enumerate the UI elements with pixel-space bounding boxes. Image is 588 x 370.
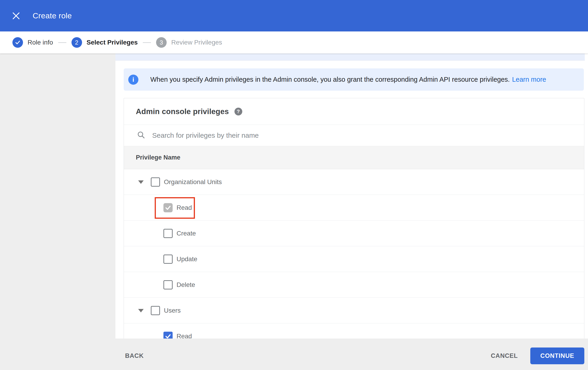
learn-more-link[interactable]: Learn more xyxy=(512,76,546,83)
step-number-badge: 2 xyxy=(72,37,82,48)
expand-arrow-icon[interactable] xyxy=(138,180,144,184)
privilege-row: Create xyxy=(124,220,584,246)
privilege-row: Users xyxy=(124,298,584,323)
privilege-row: Delete xyxy=(124,272,584,298)
privilege-search-input[interactable] xyxy=(152,131,465,139)
step-review-privileges[interactable]: 3 Review Privileges xyxy=(156,37,222,48)
dialog-footer: BACK CANCEL CONTINUE xyxy=(0,339,588,370)
step-number-badge: 3 xyxy=(156,37,167,48)
privilege-checkbox[interactable] xyxy=(151,177,160,187)
close-icon[interactable] xyxy=(11,11,21,21)
privilege-table-header: Privilege Name xyxy=(124,146,584,169)
step-label: Review Privileges xyxy=(171,39,222,46)
help-icon[interactable]: ? xyxy=(234,108,242,115)
privilege-label: Users xyxy=(164,307,181,314)
privilege-checkbox[interactable] xyxy=(163,203,173,212)
step-role-info[interactable]: Role info xyxy=(12,37,53,48)
expand-arrow-icon[interactable] xyxy=(138,309,144,312)
content-area: i When you specify Admin privileges in t… xyxy=(0,53,588,339)
card-header: Admin console privileges ? xyxy=(124,98,584,125)
privilege-label: Delete xyxy=(177,281,195,289)
privilege-checkbox[interactable] xyxy=(163,255,173,264)
privilege-label: Create xyxy=(177,230,196,237)
cancel-button[interactable]: CANCEL xyxy=(486,349,522,363)
privilege-row: Update xyxy=(124,246,584,272)
dialog-title: Create role xyxy=(33,11,72,20)
info-icon: i xyxy=(128,75,138,85)
wizard-stepper: Role info 2 Select Privileges 3 Review P… xyxy=(0,31,588,53)
privilege-row: Read xyxy=(124,323,584,339)
continue-button[interactable]: CONTINUE xyxy=(530,348,584,364)
left-gutter xyxy=(0,53,116,339)
privilege-row: Organizational Units xyxy=(124,169,584,195)
privilege-checkbox[interactable] xyxy=(151,306,160,315)
step-label: Role info xyxy=(28,39,53,46)
privilege-search-row xyxy=(124,125,584,146)
search-icon xyxy=(137,131,145,140)
back-button[interactable]: BACK xyxy=(120,349,148,363)
admin-privileges-card: Admin console privileges ? Privilege Nam… xyxy=(124,98,584,339)
info-banner-text: When you specify Admin privileges in the… xyxy=(150,76,510,83)
privilege-label: Organizational Units xyxy=(164,178,222,186)
privilege-label: Read xyxy=(177,333,192,339)
step-completed-check-icon xyxy=(12,37,23,48)
step-connector xyxy=(58,42,66,43)
privilege-checkbox[interactable] xyxy=(163,280,173,290)
card-title: Admin console privileges xyxy=(136,107,229,116)
privilege-checkbox[interactable] xyxy=(163,229,173,238)
scroll-pane[interactable]: i When you specify Admin privileges in t… xyxy=(116,53,588,339)
privilege-row: Read xyxy=(124,195,584,220)
step-label: Select Privileges xyxy=(87,39,138,46)
privilege-label: Read xyxy=(177,204,192,211)
create-role-dialog: Create role Role info 2 Select Privilege… xyxy=(0,0,588,370)
app-bar: Create role xyxy=(0,0,588,31)
scrolled-element-edge xyxy=(116,53,585,60)
privilege-rows: Organizational UnitsReadCreateUpdateDele… xyxy=(124,169,584,339)
privilege-label: Update xyxy=(177,255,197,263)
privilege-checkbox[interactable] xyxy=(163,332,173,339)
info-banner: i When you specify Admin privileges in t… xyxy=(124,68,584,91)
step-connector xyxy=(143,42,151,43)
step-select-privileges[interactable]: 2 Select Privileges xyxy=(72,37,138,48)
